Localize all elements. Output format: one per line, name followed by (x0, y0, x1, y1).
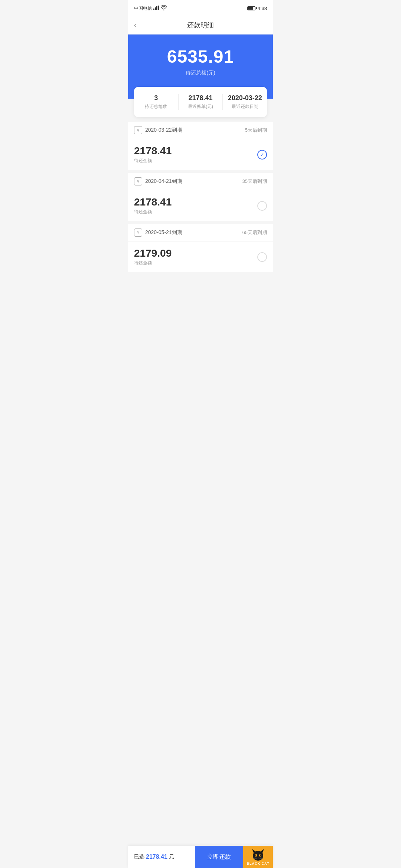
summary-card: 3 待还总笔数 2178.41 最近账单(元) 2020-03-22 最近还款日… (134, 87, 267, 117)
black-cat-label: BLACK CAT (247, 862, 270, 865)
header: ‹ 还款明细 (128, 16, 273, 34)
installment-3-body: 2179.09 待还金额 (128, 241, 273, 272)
installment-1-body: 2178.41 待还金额 (128, 139, 273, 170)
bottom-bar: 已选 2178.41 元 立即还款 (128, 846, 273, 868)
installment-2-body: 2178.41 待还金额 (128, 190, 273, 221)
summary-item-count: 3 待还总笔数 (134, 94, 179, 110)
installment-item-3[interactable]: ¥ 2020-05-21到期 65天后到期 2179.09 待还金额 (128, 224, 273, 272)
svg-line-16 (260, 859, 263, 859)
latest-bill-label: 最近账单(元) (179, 103, 223, 110)
selected-prefix: 已选 (134, 854, 144, 860)
installment-item-2[interactable]: ¥ 2020-04-21到期 35天后到期 2178.41 待还金额 (128, 173, 273, 221)
next-due-date: 2020-03-22 (223, 94, 267, 102)
latest-bill-amount: 2178.41 (179, 94, 223, 102)
status-bar: 中国电信 4:38 (128, 0, 273, 16)
installment-3-date-area: ¥ 2020-05-21到期 (134, 228, 182, 237)
installment-2-date-area: ¥ 2020-04-21到期 (134, 177, 182, 185)
svg-rect-2 (156, 6, 157, 10)
back-button[interactable]: ‹ (134, 22, 136, 29)
selected-amount: 2178.41 (146, 854, 167, 860)
installment-item-1[interactable]: ¥ 2020-03-22到期 5天后到期 2178.41 待还金额 (128, 122, 273, 170)
installment-1-amount-area: 2178.41 待还金额 (134, 145, 172, 164)
svg-point-4 (163, 9, 164, 10)
installment-2-checkbox[interactable] (257, 201, 267, 211)
svg-point-10 (255, 854, 256, 857)
installment-2-due-label: 35天后到期 (242, 178, 267, 185)
installments-list: ¥ 2020-03-22到期 5天后到期 2178.41 待还金额 ¥ 2020… (128, 122, 273, 272)
svg-line-14 (253, 859, 257, 859)
installment-1-amount-label: 待还金额 (134, 158, 172, 164)
installment-1-due-date: 2020-03-22到期 (145, 127, 182, 134)
installment-2-amount-label: 待还金额 (134, 209, 172, 215)
yuan-icon-3: ¥ (134, 228, 142, 237)
installment-1-due-label: 5天后到期 (245, 127, 267, 134)
installment-1-header: ¥ 2020-03-22到期 5天后到期 (128, 122, 273, 139)
black-cat-area[interactable]: BLACK CAT (243, 846, 273, 868)
total-amount: 6535.91 (134, 46, 267, 67)
installment-3-amount-label: 待还金额 (134, 260, 172, 266)
svg-rect-1 (155, 7, 156, 10)
page-title: 还款明细 (187, 21, 214, 30)
pending-count: 3 (134, 94, 178, 102)
svg-rect-0 (153, 9, 154, 10)
cat-icon (250, 848, 266, 862)
selected-suffix: 元 (169, 854, 174, 860)
installment-3-amount-area: 2179.09 待还金额 (134, 247, 172, 266)
installment-2-amount: 2178.41 (134, 196, 172, 208)
installment-1-date-area: ¥ 2020-03-22到期 (134, 126, 182, 134)
installment-3-checkbox[interactable] (257, 252, 267, 262)
installment-3-due-date: 2020-05-21到期 (145, 229, 182, 236)
installment-3-header: ¥ 2020-05-21到期 65天后到期 (128, 224, 273, 241)
total-amount-label: 待还总额(元) (134, 70, 267, 76)
installment-3-amount: 2179.09 (134, 247, 172, 259)
installment-3-due-label: 65天后到期 (242, 229, 267, 236)
installment-2-due-date: 2020-04-21到期 (145, 178, 182, 185)
next-due-date-label: 最近还款日期 (223, 103, 267, 110)
summary-item-latest-bill: 2178.41 最近账单(元) (179, 94, 223, 110)
status-carrier: 中国电信 (134, 5, 167, 11)
installment-1-amount: 2178.41 (134, 145, 172, 157)
status-time: 4:38 (258, 6, 267, 11)
installment-2-amount-area: 2178.41 待还金额 (134, 196, 172, 215)
pay-button[interactable]: 立即还款 (195, 846, 243, 868)
yuan-icon-2: ¥ (134, 177, 142, 185)
summary-item-next-date: 2020-03-22 最近还款日期 (223, 94, 267, 110)
svg-point-11 (260, 854, 261, 857)
battery-icon (247, 6, 255, 10)
yuan-icon-1: ¥ (134, 126, 142, 134)
status-time-area: 4:38 (247, 6, 267, 11)
black-cat-icon-area: BLACK CAT (243, 846, 273, 868)
pending-count-label: 待还总笔数 (134, 103, 178, 110)
svg-rect-3 (158, 6, 159, 10)
wifi-icon (161, 5, 167, 11)
bottom-selected-info: 已选 2178.41 元 (128, 846, 195, 868)
signal-icon (153, 6, 159, 11)
installment-1-checkbox[interactable] (257, 150, 267, 160)
installment-2-header: ¥ 2020-04-21到期 35天后到期 (128, 173, 273, 190)
